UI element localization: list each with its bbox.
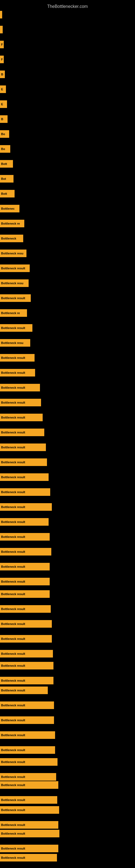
bar-label: Bottleneck result — [1, 326, 25, 330]
bar-label: B — [1, 118, 3, 121]
bar-label: Bottleneck result — [1, 607, 25, 611]
bar-label: Bottleneck result — [1, 371, 25, 374]
bar-item: B — [0, 115, 8, 123]
bar-label: E — [1, 102, 3, 106]
bar-label: Bottleneck result — [1, 535, 25, 538]
bar-item: Bottleneck result — [0, 518, 49, 526]
bar-item: Bottleneck result — [0, 650, 53, 657]
bar-label: Bottleneck result — [1, 565, 25, 568]
bar-label: Bottleneck result — [1, 580, 25, 583]
bar-item: Bottleneck re — [0, 309, 27, 317]
bar-item: Bottleneck result — [0, 635, 52, 643]
bar-item: Bottleneck re — [0, 220, 24, 227]
bar-label: Bottleneck result — [1, 689, 25, 692]
bar-item: Bott — [0, 160, 13, 167]
bar-label: Bottleneck result — [1, 823, 25, 827]
bar-label: Bottleneck result — [1, 734, 25, 737]
bar-item — [0, 26, 3, 33]
bar-label: Bottleneck result — [1, 664, 25, 667]
bar-label: Bottleneck result — [1, 401, 25, 404]
bar-item: Bottleneck result — [0, 414, 43, 421]
bar-label: Bottleneck resu — [1, 282, 24, 285]
bar-item: Bottleneck result — [0, 503, 52, 511]
bar-label: E — [1, 88, 3, 91]
bar-label: Bottleneck result — [1, 847, 25, 850]
bar-label: Bottleneck resu — [1, 341, 24, 344]
bar-item: Bottleneck result — [0, 473, 49, 481]
bar-item: Bottleneck result — [0, 429, 44, 436]
bar-item: Bot — [0, 175, 13, 183]
bar-label: Bottleneck result — [1, 718, 25, 722]
bar-label: Bottleneck result — [1, 783, 25, 786]
bar-item: Bottleneck resu — [0, 339, 30, 347]
bar-label: Bottleneck result — [1, 760, 25, 764]
bar-item: Bottleneck result — [0, 384, 40, 392]
bar-item: Bottleneck result — [0, 590, 50, 598]
bar-label: Bottleneck result — [1, 832, 25, 835]
bar-label: Bottleneck resu — [1, 252, 24, 255]
bar-item: F — [0, 56, 4, 63]
bar-item: E — [0, 100, 7, 108]
bar-item: E — [0, 86, 6, 93]
bar-item: Bottleneck result — [0, 702, 54, 709]
bar-item: Bottleneck result — [0, 458, 47, 466]
bar-label: Bot — [1, 177, 6, 180]
bar-item: Bottleneck result — [0, 369, 35, 376]
bar-item: Bottleneck result — [0, 716, 54, 724]
bar-label: F — [1, 43, 3, 46]
bar-label: Bottleneck result — [1, 652, 25, 655]
bar-label: Bottleneck result — [1, 704, 25, 707]
bar-label: Bo — [1, 132, 5, 135]
bar-label: Bottleneck result — [1, 267, 25, 270]
bar-item: Bottleneck result — [0, 563, 50, 570]
bar-label: Bottleneck result — [1, 475, 25, 479]
bar-item: Bottleneck result — [0, 830, 59, 837]
bar-label: Bottleneck result — [1, 461, 25, 464]
bar-item: Bottleneck result — [0, 443, 46, 451]
bar-label: Bottlenec — [1, 207, 14, 210]
bar-label: Bottleneck result — [1, 356, 25, 360]
bar-item: Bottleneck result — [0, 806, 59, 814]
bar-item: Bottleneck result — [0, 399, 41, 406]
bar-item: Bottleneck result — [0, 854, 57, 862]
bar-item: Bott — [0, 190, 14, 197]
bar-item: Bottleneck result — [0, 354, 35, 362]
bar-label: Bottleneck result — [1, 297, 25, 300]
bar-item: Bottleneck result — [0, 578, 50, 585]
bar-item: Bottleneck result — [0, 533, 50, 540]
bar-item: Bottleneck result — [0, 731, 55, 739]
bar-label: Bo — [1, 147, 5, 151]
bar-item: Bottleneck result — [0, 265, 30, 272]
bar-label: Bottleneck result — [1, 520, 25, 524]
bar-item: Bottleneck resu — [0, 250, 27, 257]
bar-label: Bottleneck result — [1, 748, 25, 752]
bar-label: Bott — [1, 162, 7, 165]
bar-item: Bottleneck result — [0, 294, 31, 302]
bar-label: Bottleneck result — [1, 808, 25, 812]
bar-label: Bottleneck result — [1, 446, 25, 449]
bar-item: Bottleneck result — [0, 548, 51, 556]
bar-label: Bottleneck result — [1, 679, 25, 682]
bar-label: Bottleneck result — [1, 431, 25, 434]
bar-label: Bottleneck result — [1, 550, 25, 553]
bar-item: Bottleneck result — [0, 773, 56, 781]
bar-item: Bottleneck result — [0, 324, 32, 332]
bar-label: Bottleneck — [1, 237, 16, 240]
bar-item: Bottleneck result — [0, 620, 52, 628]
bar-item: Bottleneck result — [0, 662, 53, 670]
bar-item: Bottleneck result — [0, 677, 53, 684]
bar-label: B — [1, 73, 3, 76]
bar-item: Bottleneck result — [0, 796, 57, 804]
bar-item: Bottleneck result — [0, 821, 58, 829]
site-title: TheBottlenecker.com — [0, 1, 135, 10]
bar-label: Bottleneck result — [1, 622, 25, 625]
bar-item: Bottleneck result — [0, 488, 50, 496]
bar-label: Bottleneck result — [1, 856, 25, 859]
bar-item: Bottleneck result — [0, 746, 55, 754]
bar-item: Bottleneck result — [0, 758, 57, 766]
bar-label: Bottleneck re — [1, 222, 20, 225]
bar-label: Bott — [1, 192, 7, 195]
bar-label: Bottleneck result — [1, 505, 25, 508]
bar-item: Bottleneck — [0, 235, 23, 242]
bar-label: F — [1, 58, 3, 61]
